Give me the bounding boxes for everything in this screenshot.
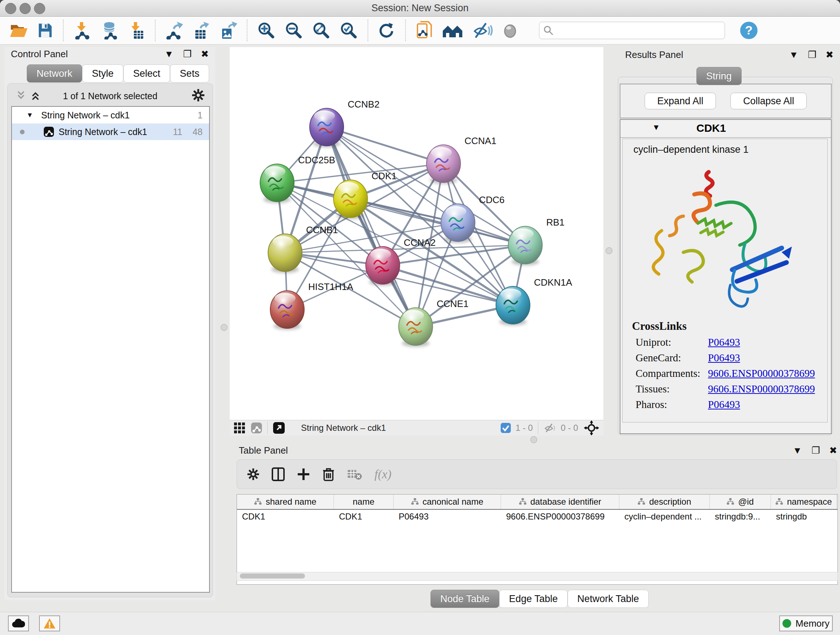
results-panel-collapse-icon[interactable]: ▼	[789, 50, 798, 59]
network-node-rb1[interactable]: RB1	[508, 217, 565, 265]
column-header-canonical-name[interactable]: canonical name	[393, 494, 501, 509]
svg-text:?: ?	[745, 23, 753, 37]
zoom-fit-button[interactable]	[308, 21, 335, 40]
show-columns-icon[interactable]	[272, 467, 285, 481]
pan-crosshair-icon[interactable]	[584, 420, 599, 435]
network-node-cdc25b[interactable]: CDC25B	[260, 155, 335, 203]
network-collection-row[interactable]: ▼ String Network – cdk1 1	[12, 107, 209, 124]
table-panel-close-icon[interactable]: ✖	[829, 446, 837, 455]
delete-column-trash-icon[interactable]	[322, 467, 335, 481]
export-table-button[interactable]	[188, 21, 215, 40]
tab-network[interactable]: Network	[27, 65, 82, 82]
column-header-name[interactable]: name	[334, 494, 393, 509]
network-share-icon[interactable]	[251, 422, 262, 434]
tab-style[interactable]: Style	[82, 65, 123, 82]
show-all-button[interactable]	[497, 22, 523, 39]
table-cell[interactable]: stringdb:9...	[710, 510, 771, 524]
share-document-button[interactable]	[411, 21, 438, 40]
table-panel-float-icon[interactable]: ❐	[812, 446, 820, 455]
zoom-selected-button[interactable]	[335, 21, 363, 40]
column-header-database-identifier[interactable]: database identifier	[501, 494, 619, 509]
gene-collapse-icon[interactable]: ▼	[652, 123, 660, 132]
network-node-cdkn1a[interactable]: CDKN1A	[496, 277, 572, 325]
search-input[interactable]	[554, 25, 721, 36]
export-image-button[interactable]	[215, 21, 242, 40]
grid-view-icon[interactable]	[233, 422, 246, 434]
save-session-button[interactable]	[33, 22, 58, 39]
results-panel-close-icon[interactable]: ✖	[826, 50, 834, 59]
add-column-icon[interactable]	[297, 468, 310, 481]
crosslink-link[interactable]: 9606.ENSP00000378699	[708, 383, 815, 395]
tab-sets[interactable]: Sets	[170, 65, 209, 82]
network-edge[interactable]	[327, 127, 416, 326]
crosslink-link[interactable]: P06493	[708, 399, 740, 410]
table-horizontal-scrollbar[interactable]	[237, 572, 838, 581]
hidden-count: 0 - 0	[561, 423, 578, 433]
column-header-description[interactable]: description	[619, 494, 710, 509]
tab-edge-table[interactable]: Edge Table	[499, 590, 568, 608]
control-panel-float-icon[interactable]: ❐	[183, 49, 191, 59]
network-options-gear-icon[interactable]	[192, 89, 205, 102]
collapse-all-button[interactable]: Collapse All	[730, 93, 807, 109]
table-cell[interactable]: P06493	[393, 510, 501, 524]
warnings-button[interactable]	[39, 616, 60, 631]
table-options-gear-icon[interactable]	[247, 468, 259, 480]
home-button[interactable]	[438, 22, 468, 39]
table-cell[interactable]: CDK1	[237, 510, 334, 524]
collection-expand-icon[interactable]: ▼	[27, 111, 33, 119]
table-cell[interactable]: CDK1	[334, 510, 393, 524]
gene-card-header[interactable]: ▼ CDK1	[621, 120, 831, 138]
column-header-shared-name[interactable]: shared name	[237, 494, 334, 509]
open-in-new-icon[interactable]	[273, 422, 285, 434]
refresh-button[interactable]	[373, 21, 400, 40]
open-session-button[interactable]	[5, 22, 33, 39]
hide-selected-button[interactable]	[468, 22, 497, 39]
gene-symbol: CDK1	[696, 122, 726, 134]
crosslink-label: Pharos:	[636, 399, 708, 410]
table-cell[interactable]: 9606.ENSP00000378699	[501, 510, 619, 524]
column-header-namespace[interactable]: namespace	[771, 494, 837, 509]
crosslink-link[interactable]: P06493	[708, 352, 740, 364]
zoom-in-button[interactable]	[253, 21, 280, 40]
crosslink-link[interactable]: 9606.ENSP00000378699	[708, 367, 815, 379]
table-body: CDK1CDK1P064939606.ENSP00000378699cyclin…	[237, 510, 837, 524]
export-network-button[interactable]	[161, 21, 188, 40]
network-node-ccna1[interactable]: CCNA1	[426, 135, 496, 184]
tab-select[interactable]: Select	[123, 65, 170, 82]
help-button[interactable]: ?	[735, 21, 763, 40]
tab-node-table[interactable]: Node Table	[431, 590, 499, 608]
tab-network-table[interactable]: Network Table	[568, 590, 649, 608]
left-splitter-handle[interactable]	[221, 324, 227, 331]
network-edge[interactable]	[327, 127, 444, 164]
table-row[interactable]: CDK1CDK1P064939606.ENSP00000378699cyclin…	[237, 510, 837, 524]
node-label: CCNA1	[464, 135, 496, 146]
zoom-out-button[interactable]	[280, 21, 308, 40]
search-box[interactable]	[539, 22, 725, 39]
scrollbar-thumb[interactable]	[240, 573, 305, 578]
table-panel-collapse-icon[interactable]: ▼	[793, 446, 802, 455]
bottom-splitter-handle[interactable]	[531, 436, 537, 443]
crosslink-link[interactable]: P06493	[708, 336, 740, 348]
table-header-row: shared namenamecanonical namedatabase id…	[237, 494, 837, 510]
tab-string[interactable]: String	[696, 67, 742, 85]
network-node-ccnb1[interactable]: CCNB1	[268, 225, 338, 273]
refresh-icon	[378, 21, 396, 40]
column-header--id[interactable]: @id	[710, 494, 771, 509]
network-row[interactable]: String Network – cdk1 11 48	[12, 124, 209, 140]
results-panel-float-icon[interactable]: ❐	[808, 50, 816, 59]
expand-all-button[interactable]: Expand All	[645, 93, 716, 109]
table-cell[interactable]: stringdb	[771, 510, 837, 524]
node-label: CDC25B	[298, 155, 335, 165]
import-network-button[interactable]	[69, 21, 96, 40]
right-splitter-handle[interactable]	[606, 247, 613, 254]
memory-button[interactable]: Memory	[779, 616, 833, 631]
table-cell[interactable]: cyclin–dependent ...	[619, 510, 710, 524]
network-canvas[interactable]: CCNB2CCNA1CDC25BCDK1CDC6RB1CCNB1CCNA2CDK…	[230, 47, 603, 420]
import-table-button[interactable]	[125, 21, 150, 40]
network-node-hist1h1a[interactable]: HIST1H1A	[270, 281, 354, 330]
import-network-from-database-button[interactable]	[96, 21, 125, 40]
selected-checkbox-icon[interactable]	[500, 423, 511, 433]
cloud-status-button[interactable]	[8, 616, 29, 631]
control-panel-close-icon[interactable]: ✖	[201, 49, 209, 59]
control-panel-collapse-icon[interactable]: ▼	[164, 49, 174, 59]
